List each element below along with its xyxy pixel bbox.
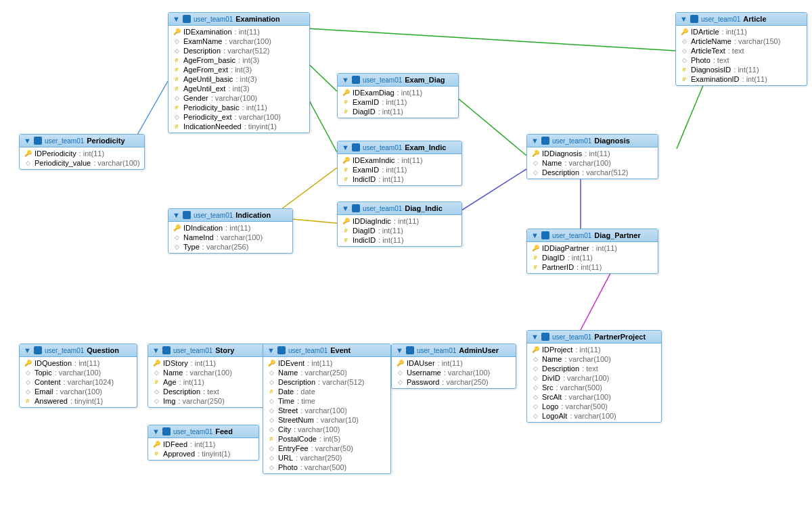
regular-icon: ◇ [152,397,160,405]
pk-icon: 🔑 [24,359,32,367]
field-type: : time [297,397,315,405]
field-type: : varchar(100) [563,374,609,382]
collapse-arrow[interactable]: ▼ [267,346,275,354]
field-type: : int(11) [307,359,332,367]
field-type: : text [203,387,219,396]
db-icon [277,346,286,354]
collapse-arrow[interactable]: ▼ [342,143,349,151]
field-name: Topic [35,369,52,377]
field-name: Description [278,378,315,386]
table-diag-partner[interactable]: ▼ user_team01 Diag_Partner 🔑IDDiagPartne… [526,229,658,274]
field-row: #DiagnosisID: int(11) [676,65,807,74]
schema-name: user_team01 [173,428,212,435]
table-diag-indic-body: 🔑IDDiagIndic: int(11) #DiagID: int(11) #… [338,215,461,246]
regular-icon: ◇ [24,378,32,386]
collapse-arrow[interactable]: ▼ [680,15,687,23]
pk-icon: 🔑 [173,28,181,36]
collapse-arrow[interactable]: ▼ [173,15,180,23]
field-type: : varchar(250) [442,378,488,386]
collapse-arrow[interactable]: ▼ [531,333,539,341]
field-type: : int(11) [242,103,267,112]
field-name: IDDiagIndic [353,217,391,225]
fk-icon: # [531,263,539,271]
collapse-arrow[interactable]: ▼ [24,137,31,145]
regular-icon: ◇ [173,113,181,121]
table-periodicity[interactable]: ▼ user_team01 Periodicity 🔑 IDPeriodicit… [19,134,145,170]
field-name: Type [183,243,200,251]
db-icon [352,204,360,212]
field-type: : int(11) [382,166,407,174]
schema-name: user_team01 [173,347,212,354]
field-name: Gender [183,94,208,102]
schema-name: user_team01 [701,16,740,23]
collapse-arrow[interactable]: ▼ [152,346,160,354]
table-partnerproject[interactable]: ▼ user_team01 PartnerProject 🔑IDProject:… [526,330,662,423]
field-name: Periodicity_value [35,159,91,167]
table-diag-partner-header: ▼ user_team01 Diag_Partner [527,229,658,242]
table-exam-indic-body: 🔑IDExamIndic: int(11) #ExamID: int(11) #… [338,154,461,185]
field-row: 🔑IDDiagnosis: int(11) [527,149,658,158]
collapse-arrow[interactable]: ▼ [531,137,539,145]
table-diag-indic[interactable]: ▼ user_team01 Diag_Indic 🔑IDDiagIndic: i… [337,202,462,247]
collapse-arrow[interactable]: ▼ [24,346,31,354]
table-story[interactable]: ▼ user_team01 Story 🔑IDStory: int(11) ◇N… [148,344,266,408]
table-exam-indic[interactable]: ▼ user_team01 Exam_Indic 🔑IDExamIndic: i… [337,141,462,186]
field-name: Periodicity_basic [183,103,240,112]
field-name: IndicationNeeded [183,122,242,131]
field-name: IDExamIndic [353,156,394,164]
field-name: EntryFee [278,444,309,452]
table-article[interactable]: ▼ user_team01 Article 🔑IDArticle: int(11… [675,12,807,86]
table-name: Story [215,346,234,354]
table-adminuser[interactable]: ▼ user_team01 AdminUser 🔑IDAUser: int(11… [391,344,516,389]
collapse-arrow[interactable]: ▼ [342,204,349,212]
field-type: : tinyint(1) [70,397,103,405]
field-type: : int(11) [179,378,204,386]
field-name: Name [163,369,183,377]
field-name: Username [407,369,441,377]
collapse-arrow[interactable]: ▼ [173,211,180,219]
regular-icon: ◇ [396,369,404,377]
field-type: : varchar(512) [582,168,628,176]
field-name: DiagID [353,108,376,116]
pk-icon: 🔑 [396,359,404,367]
pk-icon: 🔑 [152,359,160,367]
svg-line-9 [284,27,675,51]
table-feed[interactable]: ▼ user_team01 Feed 🔑IDFeed: int(11) #App… [148,425,259,461]
table-event[interactable]: ▼ user_team01 Event 🔑IDEvent: int(11) ◇N… [263,344,391,474]
field-type: : text [713,56,729,64]
schema-name: user_team01 [194,212,233,219]
table-diagnosis[interactable]: ▼ user_team01 Diagnosis 🔑IDDiagnosis: in… [526,134,658,179]
field-type: : int(11) [235,28,260,36]
table-question[interactable]: ▼ user_team01 Question 🔑IDQuestion: int(… [19,344,137,408]
collapse-arrow[interactable]: ▼ [152,427,160,435]
regular-icon: ◇ [396,378,404,386]
db-icon [352,76,360,84]
field-name: AgeUntil_basic [183,75,233,83]
regular-icon: ◇ [531,364,539,373]
table-name: Article [743,15,766,23]
field-type: : int(11) [382,98,407,106]
field-row: 🔑IDFeed: int(11) [148,440,258,449]
field-name: AgeFrom_ext [183,66,228,74]
table-feed-header: ▼ user_team01 Feed [148,425,258,438]
table-exam-diag[interactable]: ▼ user_team01 Exam_Diag 🔑IDExamDiag: int… [337,73,459,118]
svg-line-6 [452,169,526,216]
field-row: #AgeFrom_ext: int(3) [168,65,309,74]
table-name: Event [330,346,351,354]
field-name: DivID [542,374,560,382]
field-type: : int(11) [397,156,422,164]
field-name: PartnerID [542,263,574,271]
field-row: ◇DivID: varchar(100) [527,373,661,383]
fk-icon: # [152,450,160,458]
field-name: ExamName [183,37,222,45]
field-type: : int(11) [394,217,419,225]
collapse-arrow[interactable]: ▼ [396,346,403,354]
table-examination[interactable]: ▼ user_team01 Examination 🔑IDExamination… [168,12,310,133]
collapse-arrow[interactable]: ▼ [342,76,349,84]
field-type: : varchar(10) [317,416,359,424]
field-type: : int(11) [79,149,104,158]
field-name: Password [407,378,439,386]
collapse-arrow[interactable]: ▼ [531,231,539,239]
fk-icon: # [173,75,181,83]
table-indication[interactable]: ▼ user_team01 Indication 🔑IDIndication: … [168,208,293,254]
